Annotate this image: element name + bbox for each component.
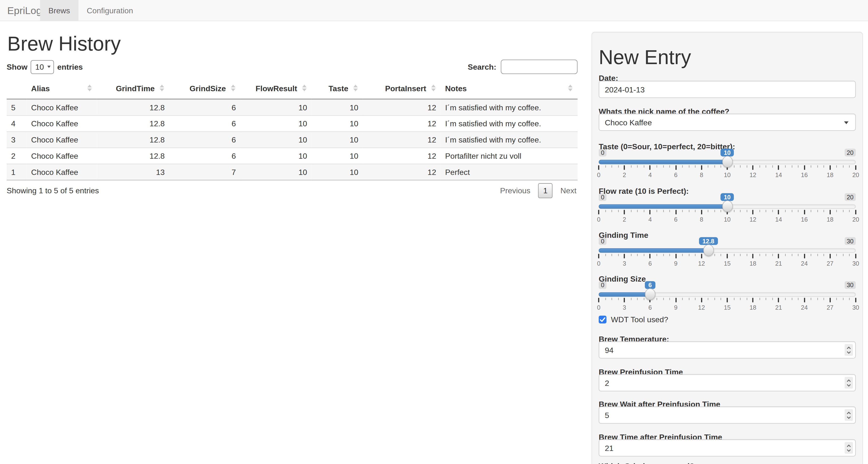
grinding-time-slider[interactable]: 03012.8036912151821242730 <box>599 237 856 267</box>
table-cell: 12 <box>363 99 440 115</box>
slider-minor-tick <box>714 254 715 256</box>
slider-tick-label: 0 <box>597 216 600 223</box>
previous-page-button[interactable]: Previous <box>500 186 530 195</box>
slider-major-tick <box>778 210 779 214</box>
page-length-select[interactable]: 10 <box>31 60 54 74</box>
slider-minor-tick <box>618 210 618 212</box>
taste-slider[interactable]: 0201002468101214161820 <box>599 148 856 178</box>
column-header-notes[interactable]: Notes <box>441 78 578 99</box>
number-spinner[interactable] <box>844 442 853 454</box>
tab-brews[interactable]: Brews <box>40 0 79 21</box>
slider-major-tick <box>804 165 805 170</box>
flow-rate-slider[interactable]: 0201002468101214161820 <box>599 193 856 223</box>
slider-minor-tick <box>740 298 741 300</box>
slider-minor-tick <box>605 165 606 167</box>
slider-tick-label: 4 <box>648 216 652 223</box>
slider-minor-tick <box>785 254 785 256</box>
brew-preinfusion-time-input[interactable] <box>599 374 856 391</box>
slider-minor-tick <box>837 165 837 167</box>
slider-tick-label: 20 <box>852 216 859 223</box>
search-label: Search: <box>468 62 496 71</box>
slider-tick-label: 21 <box>775 304 782 311</box>
column-header-index[interactable] <box>7 78 27 99</box>
slider-minor-tick <box>734 165 734 167</box>
search-control: Search: <box>468 59 578 75</box>
brew-time-after-preinfusion-input[interactable] <box>599 439 856 457</box>
slider-minor-tick <box>708 298 708 300</box>
table-header-row: Alias GrindTime GrindSize FlowResult Tas… <box>7 78 578 99</box>
slider-major-tick <box>598 165 599 170</box>
table-cell: 10 <box>240 148 312 164</box>
sort-icon <box>302 85 307 91</box>
table-info: Showing 1 to 5 of 5 entries <box>7 186 99 195</box>
slider-minor-tick <box>714 298 715 300</box>
slider-tick-label: 12 <box>698 260 705 267</box>
slider-minor-tick <box>695 165 695 167</box>
slider-minor-tick <box>792 210 792 212</box>
table-row: 3Choco Kaffee12.86101012I´m satisfied wi… <box>7 132 578 148</box>
column-header-portainsert[interactable]: PortaInsert <box>363 78 440 99</box>
brew-temperature-input[interactable] <box>599 341 856 358</box>
slider-tick-label: 15 <box>724 260 731 267</box>
column-header-alias[interactable]: Alias <box>27 78 97 99</box>
slider-handle[interactable] <box>722 156 733 167</box>
column-header-grindtime[interactable]: GrindTime <box>97 78 169 99</box>
brand-eprilog[interactable]: EpriLog <box>7 0 42 21</box>
slider-minor-tick <box>734 254 734 256</box>
table-cell: 6 <box>169 148 241 164</box>
slider-tick-label: 6 <box>674 216 678 223</box>
column-header-taste[interactable]: Taste <box>312 78 363 99</box>
slider-minor-tick <box>849 210 850 212</box>
slider-major-tick <box>675 298 677 302</box>
slider-major-tick <box>701 210 702 214</box>
slider-minor-tick <box>656 165 657 167</box>
slider-minor-tick <box>721 165 721 167</box>
slider-tick-label: 24 <box>801 304 808 311</box>
table-controls: Show 10 entries Search: <box>7 59 578 75</box>
search-input[interactable] <box>501 59 578 74</box>
slider-fill <box>599 248 708 253</box>
column-header-grindsize[interactable]: GrindSize <box>169 78 241 99</box>
slider-minor-tick <box>817 165 818 167</box>
slider-major-tick <box>855 254 857 258</box>
slider-minor-tick <box>785 210 785 212</box>
next-page-button[interactable]: Next <box>560 186 577 195</box>
page-1-button[interactable]: 1 <box>538 183 553 198</box>
slider-major-tick <box>675 254 677 258</box>
navbar: EpriLog Brews Configuration <box>0 0 868 21</box>
slider-minor-tick <box>656 210 657 212</box>
tab-configuration[interactable]: Configuration <box>78 0 142 21</box>
brew-wait-after-preinfusion-input[interactable] <box>599 406 856 424</box>
slider-handle[interactable] <box>703 244 714 256</box>
table-cell: 2 <box>7 148 27 164</box>
slider-minor-tick <box>734 210 734 212</box>
coffee-nickname-select[interactable]: Choco Kaffee <box>599 113 856 130</box>
number-spinner[interactable] <box>844 409 853 421</box>
slider-major-tick <box>624 165 625 170</box>
slider-minor-tick <box>612 210 612 212</box>
slider-major-tick <box>752 298 754 302</box>
slider-major-tick <box>624 298 625 302</box>
slider-tick-label: 0 <box>597 172 600 178</box>
wdt-tool-checkbox[interactable]: WDT Tool used? <box>599 315 668 324</box>
number-spinner[interactable] <box>844 377 853 388</box>
chevron-down-icon <box>47 66 51 68</box>
column-header-flowresult[interactable]: FlowResult <box>240 78 312 99</box>
slider-minor-tick <box>714 165 715 167</box>
slider-tick-label: 6 <box>648 304 652 311</box>
grinding-size-slider[interactable]: 0306036912151821242730 <box>599 281 856 311</box>
slider-minor-tick <box>618 298 618 300</box>
slider-tick-label: 30 <box>852 260 859 267</box>
table-cell: Portafilter nicht zu voll <box>441 148 578 164</box>
page-length-value: 10 <box>35 62 44 71</box>
slider-handle[interactable] <box>722 200 733 212</box>
slider-fill <box>599 160 727 164</box>
slider-major-tick <box>598 298 599 302</box>
slider-minor-tick <box>708 210 708 212</box>
slider-minor-tick <box>760 254 760 256</box>
slider-tick-label: 3 <box>623 260 626 267</box>
table-cell: Choco Kaffee <box>27 132 97 148</box>
date-input[interactable] <box>599 81 856 98</box>
slider-minor-tick <box>682 210 683 212</box>
number-spinner[interactable] <box>844 344 853 356</box>
